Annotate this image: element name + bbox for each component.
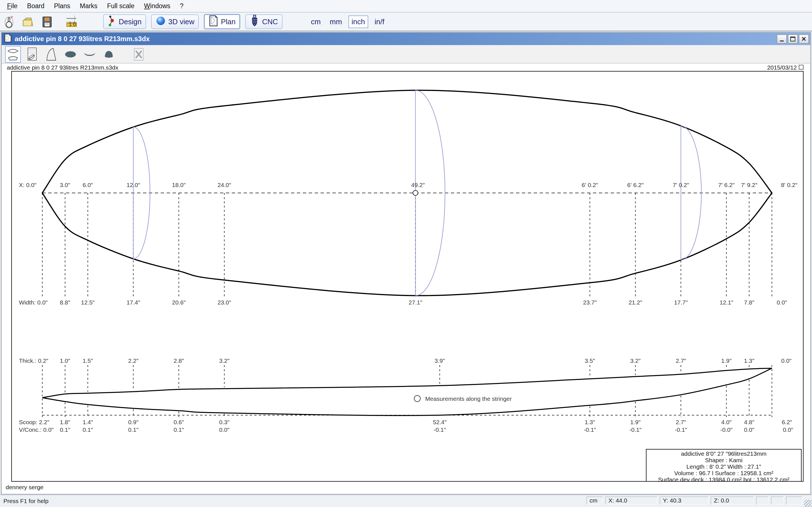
width-measurement-label: 17.7": [674, 299, 688, 305]
ruler-guides-icon[interactable]: 10: [65, 14, 79, 29]
design-button-label: Design: [119, 17, 142, 26]
document-title: addictive pin 8 0 27 93litres R213mm.s3d…: [15, 35, 150, 43]
scoop-measurement-label: 1.3": [585, 419, 595, 425]
unit-inf[interactable]: in/f: [372, 16, 387, 27]
3d-view-button-label: 3D view: [168, 17, 194, 26]
width-measurement-label: 23.0": [217, 299, 231, 305]
menu-item-file[interactable]: File: [2, 0, 22, 12]
author-label: dennery serge: [6, 484, 43, 491]
x-measurement-label: 7' 0.2": [673, 182, 689, 188]
vconc-measurement-label: 0.0": [219, 427, 230, 433]
document-icon: [4, 34, 12, 44]
unit-cm[interactable]: cm: [308, 16, 323, 27]
x-measurement-label: 7' 6.2": [718, 182, 734, 188]
x-measurement-label: 6.0": [83, 182, 93, 188]
open-folder-icon[interactable]: [21, 14, 35, 29]
x-measurement-label: 6' 0.2": [581, 182, 598, 188]
stringer-radio-marker[interactable]: [414, 395, 420, 402]
scoop-measurement-label: Scoop: 2.2": [19, 419, 49, 425]
slice-deck-button[interactable]: [101, 46, 117, 63]
thick-measurement-label: 3.5": [585, 357, 595, 364]
menu-item-board[interactable]: Board: [22, 0, 49, 12]
cnc-button[interactable]: CNC: [245, 14, 282, 29]
width-measurement-label: 8.8": [60, 299, 70, 305]
menu-item-marks[interactable]: Marks: [75, 0, 102, 12]
view-toolbar: [2, 46, 810, 63]
width-measurement-label: 23.7": [583, 299, 597, 305]
unit-toggle-group: cm mm inch in/f: [305, 15, 387, 28]
vconc-measurement-label: 0.0": [783, 427, 794, 433]
status-empty-field: [771, 497, 783, 504]
x-measurement-label: 12.0": [126, 182, 140, 188]
minimize-button[interactable]: [777, 35, 786, 43]
board-info-line: Length : 8' 0.2" Width : 27.1": [686, 463, 761, 470]
close-icon: ✕: [801, 36, 806, 42]
hand-pointer-icon[interactable]: [3, 14, 16, 29]
unit-mm[interactable]: mm: [327, 16, 344, 27]
status-help-text: Press F1 for help: [3, 498, 49, 504]
menu-item-full-scale[interactable]: Full scale: [102, 0, 139, 12]
document-filename: addictive pin 8 0 27 93litres R213mm.s3d…: [7, 64, 118, 71]
cnc-button-label: CNC: [262, 17, 278, 26]
cut-tool-button[interactable]: [131, 46, 147, 63]
maximize-button[interactable]: [788, 35, 798, 43]
vconc-measurement-label: -0.1": [629, 427, 642, 433]
slice-full-button[interactable]: [63, 46, 79, 63]
measurements-sheet-button[interactable]: [24, 46, 40, 63]
thick-measurement-label: 1.0": [60, 357, 70, 364]
x-measurement-label: X: 0.0": [19, 182, 36, 188]
rocker-profile-outline[interactable]: [42, 368, 772, 415]
x-measurement-label: 3.0": [60, 182, 70, 188]
board-info-line: addictive 8'0" 27 "96litres213mm: [681, 450, 767, 457]
document-title-bar[interactable]: addictive pin 8 0 27 93litres R213mm.s3d…: [2, 33, 810, 45]
thick-measurement-label: 1.3": [744, 357, 755, 364]
document-header-row: addictive pin 8 0 27 93litres R213mm.s3d…: [2, 63, 810, 71]
scoop-measurement-label: 2.7": [676, 419, 686, 425]
vconc-measurement-label: V/Conc.: 0.0": [19, 427, 54, 433]
resize-grip[interactable]: [804, 500, 811, 507]
vconc-measurement-label: 0.1": [174, 427, 184, 433]
drawing-page: X: 0.0"3.0"6.0"12.0"18.0"24.0"49.2"6' 0.…: [2, 71, 810, 494]
design-button[interactable]: Design: [103, 14, 146, 29]
width-measurement-label: 12.1": [719, 299, 733, 305]
3d-view-button[interactable]: 3D view: [151, 14, 199, 29]
rocker-profile-button[interactable]: [43, 46, 59, 63]
scoop-measurement-label: 52.4": [433, 419, 446, 425]
plan-button[interactable]: Plan: [204, 14, 240, 29]
thick-measurement-label: 3.2": [630, 357, 641, 364]
menu-item-help[interactable]: ?: [175, 0, 188, 12]
x-measurement-label: 49.2": [411, 182, 424, 188]
thick-measurement-label: Thick.: 0.2": [19, 357, 48, 364]
scoop-measurement-label: 6.2": [782, 419, 792, 425]
vconc-measurement-label: 0.1": [128, 427, 139, 433]
width-measurement-label: 17.4": [126, 299, 140, 305]
unit-inch[interactable]: inch: [349, 15, 368, 28]
close-button[interactable]: ✕: [799, 35, 809, 43]
slice-curve[interactable]: [133, 127, 150, 259]
board-plan-drawing[interactable]: X: 0.0"3.0"6.0"12.0"18.0"24.0"49.2"6' 0.…: [12, 71, 803, 481]
center-marker[interactable]: [413, 190, 418, 195]
date-checkbox[interactable]: [799, 65, 804, 69]
x-measurement-label: 18.0": [172, 182, 186, 188]
scoop-measurement-label: 0.3": [219, 419, 230, 425]
width-measurement-label: 7.8": [744, 299, 755, 305]
design-icon: [108, 15, 116, 29]
status-empty-field: [786, 497, 802, 504]
scoop-measurement-label: 0.9": [128, 419, 139, 425]
vconc-measurement-label: -0.1": [434, 427, 446, 433]
minimize-icon: [780, 41, 784, 41]
save-floppy-icon[interactable]: [41, 14, 54, 29]
menu-bar: FileBoardPlansMarksFull scaleWindows?: [0, 0, 812, 12]
sphere-3d-icon: [156, 15, 166, 28]
outline-view-button[interactable]: [5, 46, 21, 63]
document-date: 2015/03/12: [767, 64, 797, 71]
menu-item-plans[interactable]: Plans: [49, 0, 75, 12]
menu-item-windows[interactable]: Windows: [139, 0, 175, 12]
thick-measurement-label: 2.8": [174, 357, 184, 364]
x-measurement-label: 24.0": [217, 182, 231, 188]
thick-measurement-label: 3.9": [435, 357, 445, 364]
slice-bottom-button[interactable]: [82, 46, 98, 63]
width-measurement-label: 21.2": [628, 299, 642, 305]
thick-measurement-label: 1.5": [83, 357, 93, 364]
vconc-measurement-label: -0.1": [583, 427, 596, 433]
